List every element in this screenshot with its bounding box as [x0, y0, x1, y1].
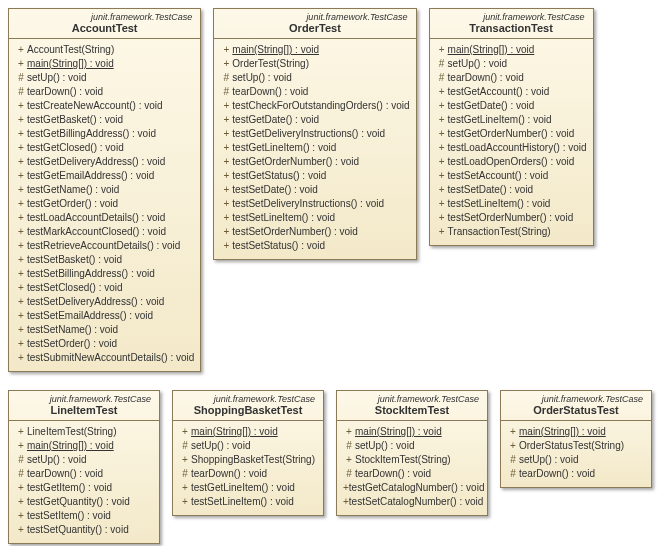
member: +testGetDeliveryAddress() : void — [15, 155, 194, 169]
class-header: junit.framework.TestCaseShoppingBasketTe… — [173, 391, 323, 421]
member: +testSetClosed() : void — [15, 281, 194, 295]
member-signature: testSetName() : void — [27, 323, 118, 337]
member-signature: testLoadAccountDetails() : void — [27, 211, 165, 225]
visibility-marker: + — [15, 509, 27, 523]
member: +OrderStatusTest(String) — [507, 439, 645, 453]
member-signature: StockItemTest(String) — [355, 453, 451, 467]
member: #tearDown() : void — [15, 85, 194, 99]
member: +testLoadAccountDetails() : void — [15, 211, 194, 225]
member-signature: OrderTest(String) — [232, 57, 309, 71]
member: +testGetItem() : void — [15, 481, 153, 495]
visibility-marker: + — [220, 113, 232, 127]
member: +testGetLineItem() : void — [179, 481, 317, 495]
member: +testSetDeliveryInstructions() : void — [220, 197, 409, 211]
member: #setUp() : void — [436, 57, 587, 71]
member-signature: testSetDeliveryInstructions() : void — [232, 197, 384, 211]
visibility-marker: + — [15, 481, 27, 495]
visibility-marker: + — [15, 323, 27, 337]
member: +main(String[]) : void — [220, 43, 409, 57]
member: +testGetDate() : void — [220, 113, 409, 127]
member: #tearDown() : void — [179, 467, 317, 481]
class-header: junit.framework.TestCaseLineItemTest — [9, 391, 159, 421]
class-accounttest: junit.framework.TestCaseAccountTest+Acco… — [8, 8, 201, 372]
member-signature: testGetOrder() : void — [27, 197, 118, 211]
member: +testSetLineItem() : void — [436, 197, 587, 211]
visibility-marker: + — [15, 197, 27, 211]
member-signature: tearDown() : void — [191, 467, 267, 481]
visibility-marker: + — [15, 439, 27, 453]
member: #setUp() : void — [343, 439, 481, 453]
visibility-marker: # — [220, 85, 232, 99]
member: +testGetStatus() : void — [220, 169, 409, 183]
member-signature: LineItemTest(String) — [27, 425, 116, 439]
class-name: AccountTest — [15, 22, 194, 34]
member-signature: testSetEmailAddress() : void — [27, 309, 153, 323]
member: +testGetClosed() : void — [15, 141, 194, 155]
member-signature: testSetLineItem() : void — [191, 495, 294, 509]
member-signature: setUp() : void — [519, 453, 578, 467]
member: +testSetStatus() : void — [220, 239, 409, 253]
member-signature: testGetLineItem() : void — [191, 481, 295, 495]
visibility-marker: + — [343, 425, 355, 439]
member: +testSetEmailAddress() : void — [15, 309, 194, 323]
member-signature: main(String[]) : void — [232, 43, 319, 57]
member-signature: testGetDate() : void — [448, 99, 535, 113]
member: +testGetQuantity() : void — [15, 495, 153, 509]
visibility-marker: + — [15, 337, 27, 351]
member: +testSetDeliveryAddress() : void — [15, 295, 194, 309]
member-signature: AccountTest(String) — [27, 43, 114, 57]
member-list: +main(String[]) : void#setUp() : void#te… — [430, 39, 593, 245]
visibility-marker: + — [220, 183, 232, 197]
member-signature: TransactionTest(String) — [448, 225, 551, 239]
member-list: +AccountTest(String)+main(String[]) : vo… — [9, 39, 200, 371]
member: +testSetAccount() : void — [436, 169, 587, 183]
visibility-marker: + — [15, 239, 27, 253]
member: +testGetLineItem() : void — [220, 141, 409, 155]
member: +testSetOrderNumber() : void — [220, 225, 409, 239]
member: +testGetDate() : void — [436, 99, 587, 113]
visibility-marker: + — [220, 155, 232, 169]
member-signature: setUp() : void — [448, 57, 507, 71]
visibility-marker: + — [15, 495, 27, 509]
visibility-marker: + — [436, 183, 448, 197]
visibility-marker: + — [179, 495, 191, 509]
visibility-marker: + — [436, 85, 448, 99]
class-baseclass: junit.framework.TestCase — [179, 394, 317, 404]
member: +testLoadOpenOrders() : void — [436, 155, 587, 169]
member-signature: testGetDeliveryInstructions() : void — [232, 127, 385, 141]
member-signature: testSetOrderNumber() : void — [232, 225, 358, 239]
member: #tearDown() : void — [343, 467, 481, 481]
member-signature: main(String[]) : void — [191, 425, 278, 439]
visibility-marker: # — [15, 85, 27, 99]
member-signature: testSetItem() : void — [27, 509, 111, 523]
class-header: junit.framework.TestCaseOrderTest — [214, 9, 415, 39]
member-signature: main(String[]) : void — [519, 425, 606, 439]
class-diagram: junit.framework.TestCaseAccountTest+Acco… — [8, 8, 650, 544]
member: +testGetBillingAddress() : void — [15, 127, 194, 141]
member-signature: testSetBillingAddress() : void — [27, 267, 155, 281]
visibility-marker: + — [436, 113, 448, 127]
visibility-marker: + — [15, 281, 27, 295]
visibility-marker: + — [179, 425, 191, 439]
member: +testSetLineItem() : void — [179, 495, 317, 509]
member: +LineItemTest(String) — [15, 425, 153, 439]
member: +testSetItem() : void — [15, 509, 153, 523]
member: +testSetOrder() : void — [15, 337, 194, 351]
visibility-marker: + — [15, 425, 27, 439]
member-signature: tearDown() : void — [27, 85, 103, 99]
member-signature: main(String[]) : void — [355, 425, 442, 439]
class-transactiontest: junit.framework.TestCaseTransactionTest+… — [429, 8, 594, 246]
class-orderstatustest: junit.framework.TestCaseOrderStatusTest+… — [500, 390, 652, 488]
member-signature: testGetDeliveryAddress() : void — [27, 155, 165, 169]
visibility-marker: + — [15, 99, 27, 113]
visibility-marker: + — [220, 225, 232, 239]
member: #tearDown() : void — [220, 85, 409, 99]
member-signature: setUp() : void — [27, 453, 86, 467]
visibility-marker: + — [179, 453, 191, 467]
visibility-marker: + — [15, 211, 27, 225]
member: #setUp() : void — [179, 439, 317, 453]
member-signature: testSetAccount() : void — [448, 169, 549, 183]
visibility-marker: + — [220, 127, 232, 141]
member-signature: testGetLineItem() : void — [232, 141, 336, 155]
member: #setUp() : void — [507, 453, 645, 467]
